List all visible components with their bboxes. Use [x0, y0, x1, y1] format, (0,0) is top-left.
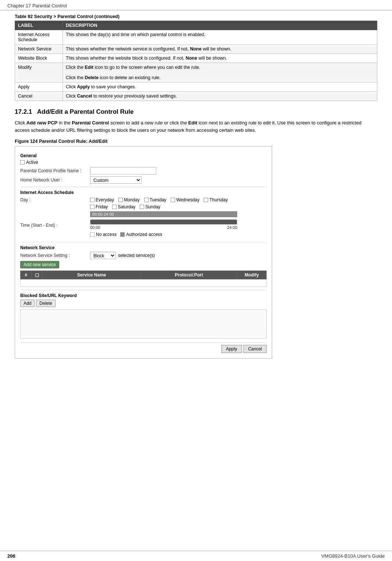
no-access-legend: No access	[90, 232, 117, 237]
time-range-display: 00:00-24:00	[90, 211, 237, 217]
sunday-label: Sunday	[145, 204, 160, 209]
divider-2	[20, 242, 267, 242]
delete-button[interactable]: Delete	[36, 300, 56, 307]
add-new-service-button[interactable]: Add new service	[20, 261, 59, 268]
page-footer: 206 VMG8924-B10A User's Guide	[0, 551, 392, 561]
slider-labels: 00:00 24:00	[90, 225, 237, 230]
section-number: 17.2.1	[15, 108, 32, 115]
add-delete-row: Add Delete	[20, 300, 267, 307]
figure-caption: Figure 124 Parental Control Rule: Add/Ed…	[15, 139, 377, 144]
legend-row: No access Authorized access	[90, 232, 237, 237]
authorized-swatch	[120, 232, 125, 237]
friday-checkbox[interactable]	[90, 205, 95, 209]
thursday-checkbox-item: Thursday	[204, 197, 228, 202]
internet-access-label: Internet Access Schedule	[20, 190, 267, 195]
active-checkbox[interactable]	[20, 160, 25, 165]
time-label: Time (Start - End) :	[20, 223, 90, 228]
saturday-label: Saturday	[118, 204, 135, 209]
time-start-label: 00:00	[90, 225, 100, 230]
page-number: 206	[7, 553, 15, 559]
home-network-select[interactable]: Custom	[90, 176, 142, 184]
row-label: Internet Access Schedule	[15, 30, 63, 45]
network-service-setting-value: Block selected service(s)	[90, 252, 155, 259]
blocked-section: Blocked Site/URL Keyword Add Delete	[20, 293, 267, 339]
page-content: Table 92 Security > Parental Control (co…	[0, 14, 392, 381]
profile-name-input[interactable]	[90, 167, 156, 174]
day-row-2: Friday Saturday Sunday	[20, 204, 267, 209]
page-header: Chapter 17 Parental Control	[0, 0, 392, 10]
row-label: Modify	[15, 63, 63, 82]
day-label: Day :	[20, 197, 90, 202]
service-table: # ▢ Service Name Protocol:Port Modify	[20, 271, 267, 287]
table-row: Internet Access Schedule This shows the …	[15, 30, 377, 45]
profile-name-row: Parental Control Profile Name :	[20, 167, 267, 174]
form-box: General Active Parental Control Profile …	[15, 146, 272, 359]
tuesday-checkbox[interactable]	[144, 198, 149, 202]
row-desc: This shows whether the network service i…	[63, 45, 377, 54]
home-network-row: Home Network User : Custom	[20, 176, 267, 184]
row-label: Cancel	[15, 92, 63, 101]
friday-label: Friday	[96, 204, 108, 209]
service-col-hash: #	[21, 271, 32, 279]
friday-checkbox-item: Friday	[90, 204, 108, 209]
col-header-label: LABEL	[15, 21, 63, 30]
bottom-button-row: Apply Cancel	[20, 342, 267, 353]
apply-button[interactable]: Apply	[221, 345, 242, 353]
row-desc: Click the Edit icon to go to the screen …	[63, 63, 377, 82]
footer-guide: VMG8924-B10A User's Guide	[321, 553, 385, 559]
sunday-checkbox-item: Sunday	[140, 204, 160, 209]
block-select[interactable]: Block	[90, 252, 116, 259]
section-title: Add/Edit a Parental Control Rule	[37, 108, 134, 115]
profile-name-label: Parental Control Profile Name :	[20, 168, 90, 173]
time-end-label: 24:00	[227, 225, 237, 230]
thursday-checkbox[interactable]	[204, 198, 208, 202]
cancel-button[interactable]: Cancel	[243, 345, 267, 353]
row-desc: This shows whether the website block is …	[63, 54, 377, 63]
sunday-checkbox[interactable]	[140, 205, 144, 209]
add-new-service-area: Add new service	[20, 261, 267, 268]
saturday-checkbox-item: Saturday	[112, 204, 135, 209]
table-row: Network Service This shows whether the n…	[15, 45, 377, 54]
table-row: Website Block This shows whether the web…	[15, 54, 377, 63]
divider	[20, 187, 267, 187]
active-row: Active	[20, 160, 267, 165]
time-slider-area: 00:00-24:00 00:00 24:00 No access	[90, 211, 237, 239]
no-access-swatch	[90, 232, 95, 237]
service-col-modify: Modify	[237, 271, 267, 279]
saturday-checkbox[interactable]	[112, 205, 117, 209]
general-section-label: General	[20, 153, 267, 158]
service-col-protocol: Protocol:Port	[141, 271, 237, 279]
service-col-check: ▢	[32, 271, 43, 279]
row-desc: Click Apply to save your changes.	[63, 82, 377, 92]
profile-name-value	[90, 167, 156, 174]
everyday-checkbox[interactable]	[90, 198, 95, 202]
service-table-empty-row	[21, 279, 267, 287]
selected-services-label: selected service(s)	[118, 253, 155, 258]
service-empty-cell	[21, 279, 267, 287]
home-network-value: Custom	[90, 176, 142, 184]
slider-track[interactable]	[90, 219, 237, 225]
add-button[interactable]: Add	[20, 300, 35, 307]
everyday-checkbox-item: Everyday	[90, 197, 114, 202]
divider-3	[20, 290, 267, 290]
tuesday-label: Tuesday	[150, 197, 167, 202]
table-caption: Table 92 Security > Parental Control (co…	[15, 14, 377, 19]
home-network-label: Home Network User :	[20, 177, 90, 183]
blocked-site-list	[20, 309, 267, 339]
row-label: Network Service	[15, 45, 63, 54]
section-body: Click Add new PCP in the Parental Contro…	[15, 119, 377, 134]
row-label: Apply	[15, 82, 63, 92]
network-service-setting-row: Network Service Setting : Block selected…	[20, 252, 267, 259]
wednesday-checkbox[interactable]	[171, 198, 175, 202]
blocked-section-label: Blocked Site/URL Keyword	[20, 293, 267, 298]
summary-table: LABEL DESCRIPTION Internet Access Schedu…	[15, 21, 377, 101]
day-row: Day : Everyday Monday Tuesday Wednesday	[20, 197, 267, 202]
monday-checkbox[interactable]	[118, 198, 123, 202]
network-service-section-label: Network Service	[20, 245, 267, 250]
authorized-label: Authorized access	[126, 232, 162, 237]
table-row: Cancel Click Cancel to restore your prev…	[15, 92, 377, 101]
row-desc: This shows the day(s) and time on which …	[63, 30, 377, 45]
active-label: Active	[26, 160, 38, 165]
monday-label: Monday	[124, 197, 140, 202]
chapter-title: Chapter 17 Parental Control	[7, 3, 67, 8]
